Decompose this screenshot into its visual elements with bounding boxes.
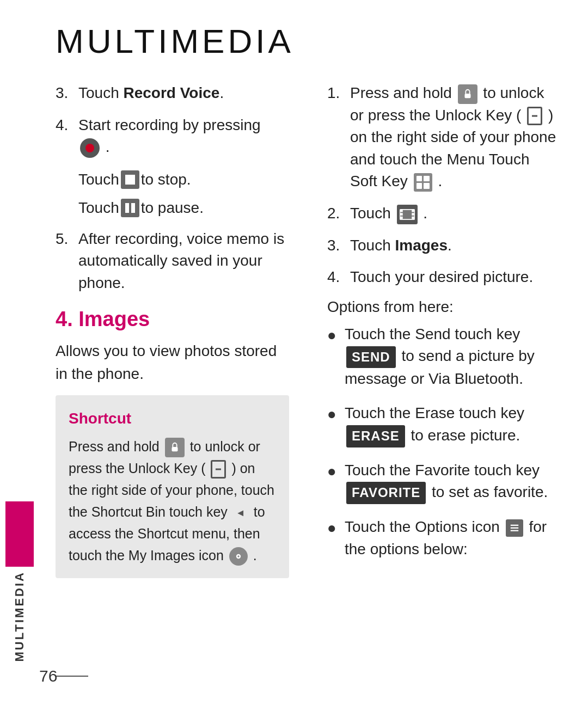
sidebar-label: MULTIMEDIA (13, 571, 27, 661)
right-step-3: 3. Touch Images. (327, 235, 561, 257)
unlock-key-icon-shortcut (211, 460, 226, 479)
divider (56, 676, 88, 677)
step-4-num: 4. (56, 114, 78, 158)
stop-icon (121, 170, 139, 189)
page-title: MULTIMEDIA (56, 22, 561, 60)
step-5: 5. After recording, voice memo is automa… (56, 228, 289, 295)
svg-point-2 (237, 556, 239, 557)
sidebar: MULTIMEDIA (0, 0, 39, 705)
erase-key-btn: ERASE (346, 425, 405, 447)
right-step-3-num: 3. (327, 235, 350, 257)
svg-rect-9 (412, 209, 414, 212)
shortcut-arrow-icon (233, 505, 248, 520)
shortcut-title: Shortcut (69, 407, 276, 430)
lock-icon-shortcut (165, 438, 185, 457)
lock-icon-right (458, 84, 477, 104)
right-step-1-content: Press and hold to unlock or press the Un… (350, 82, 561, 193)
favorite-key-btn: FAVORITE (346, 482, 426, 504)
bullet-dot-2: ● (327, 403, 339, 426)
svg-rect-0 (171, 447, 177, 451)
svg-rect-12 (510, 524, 518, 525)
shortcut-content: Press and hold to unlock or press the Un… (69, 436, 276, 566)
svg-rect-13 (510, 527, 518, 528)
right-step-2-num: 2. (327, 203, 350, 225)
right-step-4-num: 4. (327, 266, 350, 289)
shortcut-box: Shortcut Press and hold to unlock or pre… (56, 395, 289, 578)
record-voice-label: Record Voice (124, 84, 220, 101)
record-dot-icon (80, 138, 100, 158)
touch-stop-text: to stop. (141, 168, 191, 191)
main-content: MULTIMEDIA 3. Touch Record Voice. 4. Sta… (39, 0, 588, 705)
svg-rect-10 (412, 213, 414, 216)
bullet-favorite: ● Touch the Favorite touch key FAVORITE … (327, 459, 561, 505)
step-3-content: Touch Record Voice. (78, 82, 289, 105)
bullet-dot-3: ● (327, 461, 339, 483)
right-step-3-content: Touch Images. (350, 235, 561, 257)
sidebar-accent (5, 501, 34, 567)
bullet-list: ● Touch the Send touch key SEND to send … (327, 323, 561, 561)
right-column: 1. Press and hold to unlock or press the… (322, 82, 561, 676)
myimages-icon (229, 547, 248, 566)
svg-rect-3 (464, 94, 470, 98)
two-columns: 3. Touch Record Voice. 4. Start recordin… (56, 82, 561, 676)
svg-rect-14 (510, 530, 518, 531)
right-step-2: 2. Touch (327, 203, 561, 225)
bullet-erase-content: Touch the Erase touch key ERASE to erase… (345, 402, 561, 447)
bullet-options-content: Touch the Options icon for the options b… (345, 516, 561, 560)
bullet-favorite-content: Touch the Favorite touch key FAVORITE to… (345, 459, 561, 505)
right-step-1: 1. Press and hold to unlock or press the… (327, 82, 561, 193)
menu-softkey-icon (414, 173, 432, 192)
images-label: Images (395, 237, 448, 254)
bullet-erase: ● Touch the Erase touch key ERASE to era… (327, 402, 561, 447)
options-icon (506, 519, 523, 537)
step-4-text: Start recording by pressing (78, 117, 261, 133)
touch-pause: Touch to pause. (78, 197, 289, 219)
section-heading: 4. Images (56, 308, 289, 331)
bullet-send: ● Touch the Send touch key SEND to send … (327, 323, 561, 390)
page-container: MULTIMEDIA MULTIMEDIA 3. Touch Record Vo… (0, 0, 588, 705)
unlock-key-right (527, 107, 542, 125)
right-step-4: 4. Touch your desired picture. (327, 266, 561, 289)
right-step-4-content: Touch your desired picture. (350, 266, 561, 289)
section-desc: Allows you to view photos stored in the … (56, 340, 289, 385)
bullet-send-content: Touch the Send touch key SEND to send a … (345, 323, 561, 390)
touch-pause-text: to pause. (141, 197, 204, 219)
step-3-num: 3. (56, 82, 78, 105)
pause-icon (121, 199, 139, 217)
page-number: 76 (39, 667, 57, 685)
svg-rect-6 (400, 209, 403, 212)
step-5-num: 5. (56, 228, 78, 295)
right-step-2-content: Touch (350, 203, 561, 225)
left-column: 3. Touch Record Voice. 4. Start recordin… (56, 82, 300, 676)
options-header: Options from here: (327, 298, 561, 316)
film-icon (397, 205, 418, 224)
step-3: 3. Touch Record Voice. (56, 82, 289, 105)
touch-stop: Touch to stop. (78, 168, 289, 191)
right-step-1-num: 1. (327, 82, 350, 193)
svg-rect-8 (400, 216, 403, 219)
svg-rect-7 (400, 213, 403, 216)
bullet-dot-1: ● (327, 324, 339, 347)
bullet-options: ● Touch the Options icon for the optio (327, 516, 561, 560)
send-key-btn: SEND (346, 346, 396, 369)
bullet-dot-4: ● (327, 517, 339, 540)
step-4-content: Start recording by pressing . (78, 114, 289, 158)
step-4: 4. Start recording by pressing . (56, 114, 289, 158)
step-5-content: After recording, voice memo is automatic… (78, 228, 289, 295)
svg-rect-11 (412, 216, 414, 219)
